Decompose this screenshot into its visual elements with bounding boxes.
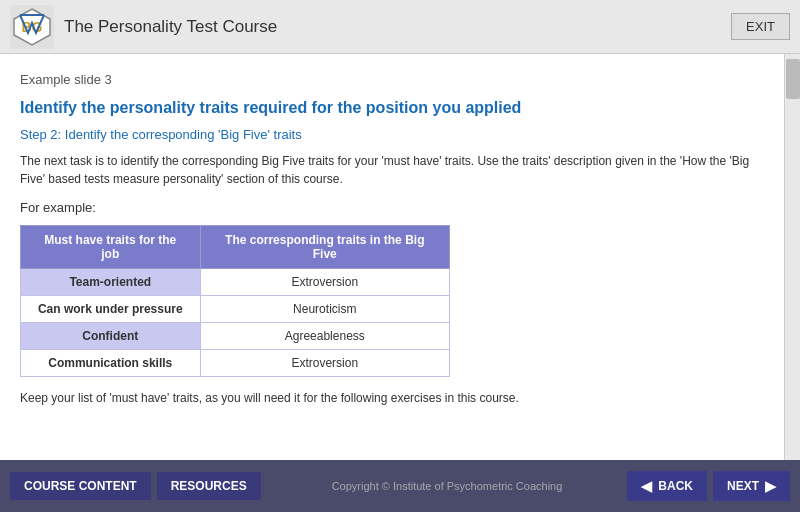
big-five-cell: Extroversion (200, 269, 449, 296)
for-example-label: For example: (20, 200, 764, 215)
course-content-button[interactable]: COURSE CONTENT (10, 472, 151, 500)
trait-cell: Confident (21, 323, 201, 350)
slide-label: Example slide 3 (20, 72, 764, 87)
col1-header: Must have traits for the job (21, 226, 201, 269)
body-text: The next task is to identify the corresp… (20, 152, 764, 188)
step-heading: Step 2: Identify the corresponding 'Big … (20, 127, 764, 142)
main-heading: Identify the personality traits required… (20, 99, 764, 117)
logo-icon: BG (10, 5, 54, 49)
trait-cell: Communication skills (21, 350, 201, 377)
next-arrow-icon: ▶ (765, 478, 776, 494)
table-row: ConfidentAgreeableness (21, 323, 450, 350)
scrollbar[interactable] (784, 54, 800, 460)
exit-button[interactable]: EXIT (731, 13, 790, 40)
bottom-bar: COURSE CONTENT RESOURCES Copyright © Ins… (0, 460, 800, 512)
traits-table: Must have traits for the job The corresp… (20, 225, 450, 377)
next-label: NEXT (727, 479, 759, 493)
copyright-text: Copyright © Institute of Psychometric Co… (267, 480, 628, 492)
table-row: Communication skillsExtroversion (21, 350, 450, 377)
big-five-cell: Neuroticism (200, 296, 449, 323)
main-wrapper: Example slide 3 Identify the personality… (0, 54, 800, 460)
table-row: Can work under pressureNeuroticism (21, 296, 450, 323)
resources-button[interactable]: RESOURCES (157, 472, 261, 500)
nav-buttons: ◀ BACK NEXT ▶ (627, 471, 790, 501)
back-label: BACK (658, 479, 693, 493)
next-button[interactable]: NEXT ▶ (713, 471, 790, 501)
trait-cell: Can work under pressure (21, 296, 201, 323)
col2-header: The corresponding traits in the Big Five (200, 226, 449, 269)
big-five-cell: Extroversion (200, 350, 449, 377)
content-area: Example slide 3 Identify the personality… (0, 54, 784, 460)
header: BG The Personality Test Course EXIT (0, 0, 800, 54)
big-five-cell: Agreeableness (200, 323, 449, 350)
app-title: The Personality Test Course (64, 17, 731, 37)
scrollbar-thumb[interactable] (786, 59, 800, 99)
footer-note: Keep your list of 'must have' traits, as… (20, 391, 764, 405)
back-arrow-icon: ◀ (641, 478, 652, 494)
back-button[interactable]: ◀ BACK (627, 471, 707, 501)
table-row: Team-orientedExtroversion (21, 269, 450, 296)
trait-cell: Team-oriented (21, 269, 201, 296)
table-body: Team-orientedExtroversionCan work under … (21, 269, 450, 377)
